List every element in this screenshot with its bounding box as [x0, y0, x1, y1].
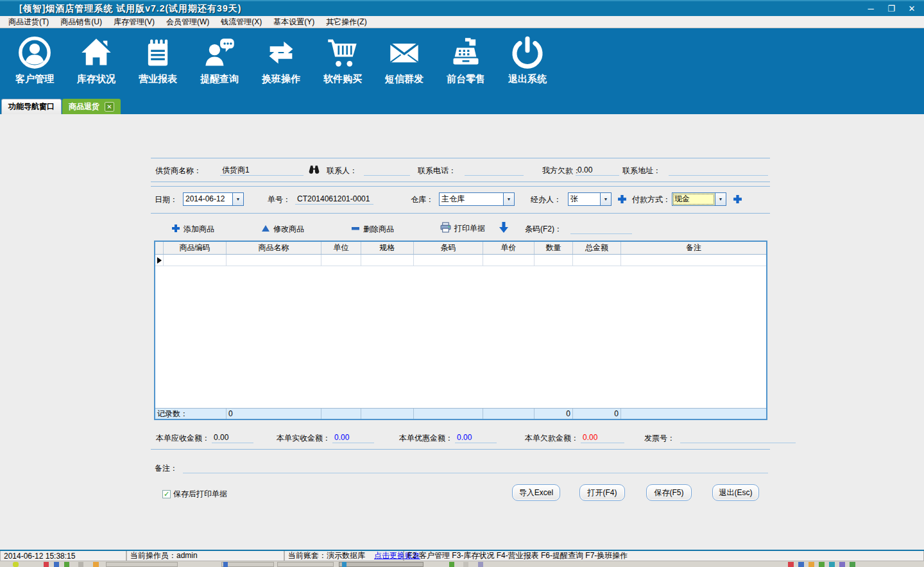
date-select[interactable]: 2014-06-12 ▼	[183, 192, 244, 206]
col-header-unit[interactable]: 单位	[321, 242, 361, 254]
col-header-product-code[interactable]: 商品编码	[164, 242, 227, 254]
receivable-label: 本单应收金额：	[156, 433, 210, 443]
taskbar-task-button[interactable]	[221, 562, 274, 567]
title-bar: [领智]烟酒店管理系统 试用版v7.2(试用期还有39天) ─ ❐ ✕	[0, 0, 924, 16]
taskbar-task-button[interactable]	[106, 562, 178, 567]
phone-field[interactable]	[465, 165, 524, 176]
taskbar-tray-icon[interactable]	[798, 562, 804, 567]
chevron-down-icon[interactable]: ▼	[503, 193, 514, 205]
exit-button[interactable]: 退出(Esc)	[712, 484, 759, 501]
col-header-product-name[interactable]: 商品名称	[227, 242, 321, 254]
print-after-save-option[interactable]: ✓ 保存后打印单据	[162, 489, 227, 500]
envelope-icon	[388, 35, 421, 71]
toolbar-button-shift-change[interactable]: 换班操作	[250, 28, 312, 95]
toolbar-button-label: 短信群发	[385, 73, 424, 85]
taskbar-icon[interactable]	[78, 562, 83, 567]
checkbox-checked-icon[interactable]: ✓	[162, 490, 171, 498]
warehouse-select[interactable]: 主仓库 ▼	[439, 192, 515, 206]
menu-item-settings[interactable]: 基本设置(Y)	[268, 17, 320, 28]
open-button[interactable]: 打开(F4)	[579, 484, 625, 501]
col-header-remark[interactable]: 备注	[621, 242, 766, 254]
toolbar-button-exit-system[interactable]: 退出系统	[497, 28, 558, 95]
binoculars-search-icon[interactable]	[309, 164, 320, 175]
received-value[interactable]: 0.00	[332, 432, 374, 443]
delete-product-button[interactable]: 删除商品	[351, 223, 394, 235]
add-payment-method-icon[interactable]	[733, 194, 742, 204]
amount-total: 0	[573, 409, 621, 419]
import-excel-button[interactable]: 导入Excel	[512, 484, 560, 501]
supplier-name-field[interactable]: 供货商1	[220, 165, 304, 176]
restore-icon[interactable]: ❐	[886, 4, 897, 13]
menu-item-sales[interactable]: 商品销售(U)	[55, 17, 108, 28]
taskbar-icon[interactable]	[478, 562, 483, 567]
taskbar-icon	[342, 562, 346, 567]
taskbar-icon[interactable]	[463, 562, 468, 567]
operator-label: 经办人：	[531, 194, 561, 205]
menu-item-cashflow[interactable]: 钱流管理(X)	[215, 17, 268, 28]
toolbar-button-label: 换班操作	[262, 73, 300, 85]
tab-bar: 功能导航窗口 商品退货 ✕	[0, 97, 924, 114]
discount-value[interactable]: 0.00	[455, 432, 497, 443]
col-header-quantity[interactable]: 数量	[535, 242, 573, 254]
contact-field[interactable]	[364, 165, 410, 176]
toolbar-button-sms-broadcast[interactable]: 短信群发	[373, 28, 435, 95]
taskbar-icon[interactable]	[13, 562, 19, 567]
col-header-spec[interactable]: 规格	[361, 242, 414, 254]
print-receipt-button[interactable]: 打印单据	[440, 223, 485, 234]
divider	[151, 158, 770, 158]
taskbar-icon[interactable]	[93, 562, 99, 567]
taskbar-task-button-active[interactable]	[339, 562, 424, 567]
taskbar-task-button[interactable]	[277, 562, 334, 567]
toolbar-button-reminder-query[interactable]: 提醒查询	[189, 28, 250, 95]
taskbar-tray-icon[interactable]	[809, 562, 814, 567]
taskbar-tray-icon[interactable]	[839, 562, 845, 567]
toolbar-button-front-desk-retail[interactable]: 前台零售	[435, 28, 497, 95]
taskbar-icon[interactable]	[64, 562, 69, 567]
status-datetime: 2014-06-12 15:38:15	[0, 551, 126, 561]
taskbar-tray-icon[interactable]	[788, 562, 794, 567]
arrow-down-icon[interactable]	[499, 222, 508, 235]
barcode-input[interactable]	[570, 223, 632, 234]
taskbar-icon[interactable]	[54, 562, 59, 567]
table-row[interactable]	[155, 255, 766, 266]
current-row-marker-icon	[155, 255, 164, 266]
payment-method-select[interactable]: 现金 ▼	[672, 192, 726, 206]
add-product-button[interactable]: 添加商品	[171, 223, 214, 235]
taskbar-tray-icon[interactable]	[819, 562, 825, 567]
taskbar-tray-icon[interactable]	[850, 562, 855, 567]
toolbar-button-software-purchase[interactable]: 软件购买	[312, 28, 373, 95]
tab-function-navigation[interactable]: 功能导航窗口	[1, 99, 62, 114]
taskbar-icon[interactable]	[449, 562, 454, 567]
menu-item-members[interactable]: 会员管理(W)	[160, 17, 215, 28]
toolbar-button-customer-mgmt[interactable]: 客户管理	[4, 28, 65, 95]
close-icon[interactable]: ✕	[906, 4, 918, 13]
modify-product-button[interactable]: 修改商品	[261, 223, 304, 235]
menu-item-purchase[interactable]: 商品进货(T)	[3, 17, 55, 28]
add-operator-icon[interactable]	[617, 194, 627, 204]
menu-item-other[interactable]: 其它操作(Z)	[320, 17, 372, 28]
chevron-down-icon[interactable]: ▼	[715, 193, 726, 205]
chevron-down-icon[interactable]: ▼	[600, 193, 611, 205]
remark-field[interactable]	[183, 462, 768, 473]
col-header-total-amount[interactable]: 总金额	[573, 242, 621, 254]
taskbar-icon[interactable]	[44, 562, 49, 567]
save-button[interactable]: 保存(F5)	[646, 484, 692, 501]
minimize-icon[interactable]: ─	[865, 4, 877, 13]
date-label: 日期：	[155, 194, 178, 205]
product-table: 商品编码 商品名称 单位 规格 条码 单价 数量 总金额 备注 记录数： 0 0…	[154, 241, 767, 420]
col-header-unit-price[interactable]: 单价	[483, 242, 535, 254]
toolbar-button-business-report[interactable]: 营业报表	[127, 28, 189, 95]
chevron-down-icon[interactable]: ▼	[232, 193, 243, 205]
col-header-barcode[interactable]: 条码	[414, 242, 483, 254]
order-no-field: CT2014061201-0001	[295, 194, 373, 205]
taskbar-tray-icon[interactable]	[829, 562, 835, 567]
tab-close-icon[interactable]: ✕	[105, 102, 114, 112]
menu-item-inventory[interactable]: 库存管理(V)	[108, 17, 160, 28]
divider	[151, 186, 770, 187]
operator-select[interactable]: 张 ▼	[568, 192, 612, 206]
power-icon	[511, 35, 544, 71]
address-field[interactable]	[669, 165, 768, 176]
tab-product-return[interactable]: 商品退货 ✕	[62, 99, 121, 114]
invoice-no-field[interactable]	[680, 432, 796, 443]
toolbar-button-inventory-status[interactable]: 库存状况	[65, 28, 127, 95]
